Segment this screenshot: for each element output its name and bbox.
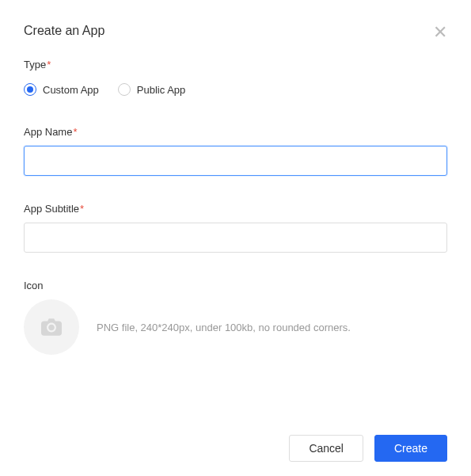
app-name-input[interactable] [24,146,447,176]
app-subtitle-label: App Subtitle* [24,203,447,215]
icon-upload-button[interactable] [24,299,79,355]
radio-public-app[interactable]: Public App [118,83,185,96]
dialog-title: Create an App [24,24,104,38]
app-subtitle-input[interactable] [24,223,447,253]
radio-custom-app[interactable]: Custom App [24,83,99,96]
app-name-label: App Name* [24,126,447,138]
icon-hint-text: PNG file, 240*240px, under 100kb, no rou… [97,322,351,333]
radio-public-label: Public App [137,84,185,96]
radio-circle-icon [24,83,36,96]
icon-label: Icon [24,280,447,291]
close-icon[interactable]: ✕ [433,24,447,41]
type-radio-group: Custom App Public App [24,83,447,96]
camera-icon [41,318,62,336]
radio-circle-icon [118,83,131,96]
cancel-button[interactable]: Cancel [289,435,363,462]
type-label: Type* [24,59,447,70]
create-button[interactable]: Create [374,435,447,462]
radio-custom-label: Custom App [43,84,99,96]
